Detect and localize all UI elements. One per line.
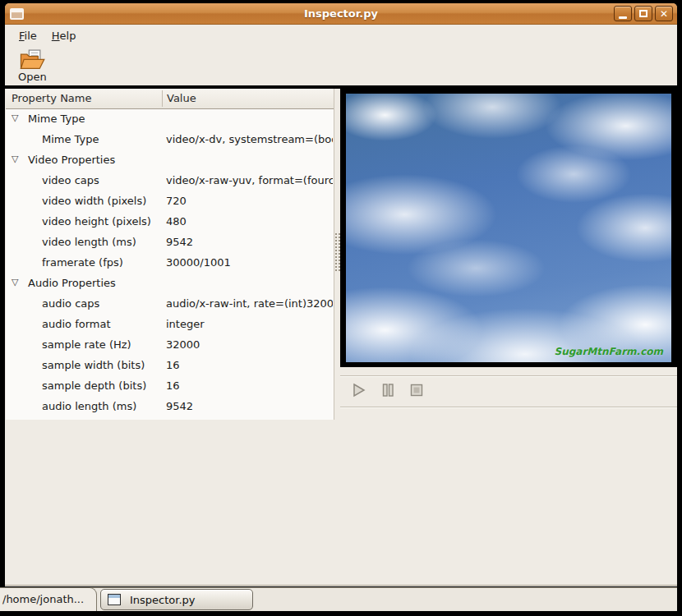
- property-value: 9542: [166, 400, 333, 412]
- menubar: File Help: [5, 25, 677, 46]
- taskbar: /home/jonath... Inspector.py: [0, 587, 677, 611]
- stop-icon: [408, 382, 425, 398]
- tree-header: Property Name Value: [6, 89, 334, 109]
- pane-splitter-vertical[interactable]: [334, 89, 340, 420]
- property-value: 720: [166, 195, 333, 207]
- video-watermark: SugarMtnFarm.com: [555, 346, 663, 357]
- play-icon: [351, 382, 367, 398]
- property-value: 9542: [166, 236, 333, 248]
- property-value: 32000: [166, 338, 333, 351]
- separator: [340, 407, 677, 407]
- property-name: audio caps: [42, 297, 99, 310]
- property-value: video/x-dv, systemstream=(bool: [166, 133, 333, 145]
- empty-bottom-pane: [5, 425, 677, 586]
- minimize-icon: [619, 16, 627, 19]
- property-name: Audio Properties: [28, 277, 116, 289]
- open-button[interactable]: Open: [13, 48, 52, 85]
- property-value: audio/x-raw-int, rate=(int)32000,: [166, 297, 333, 310]
- tree-row[interactable]: ▽Video Properties: [6, 150, 334, 171]
- video-display[interactable]: SugarMtnFarm.com: [340, 89, 677, 367]
- property-name: framerate (fps): [42, 256, 123, 269]
- property-value: 16: [166, 379, 333, 392]
- tree-row[interactable]: framerate (fps)30000/1001: [6, 253, 334, 274]
- expander-icon[interactable]: ▽: [12, 154, 25, 164]
- property-name: audio length (ms): [42, 400, 136, 412]
- taskbar-button-inspector[interactable]: Inspector.py: [100, 589, 253, 610]
- property-name: Mime Type: [28, 113, 85, 125]
- tree-row[interactable]: ▽Mime Type: [6, 109, 334, 130]
- tree-row[interactable]: Mime Typevideo/x-dv, systemstream=(bool: [6, 130, 334, 150]
- property-name: Mime Type: [42, 133, 99, 145]
- open-folder-icon: [19, 49, 45, 71]
- tree-row[interactable]: sample rate (Hz)32000: [6, 335, 334, 356]
- main-content: Property Name Value ▽Mime TypeMime Typev…: [5, 85, 677, 420]
- stop-button[interactable]: [408, 381, 426, 399]
- property-value: 16: [166, 359, 333, 371]
- property-tree[interactable]: Property Name Value ▽Mime TypeMime Typev…: [6, 89, 334, 420]
- property-name: sample depth (bits): [42, 379, 146, 392]
- close-icon: ✕: [660, 9, 668, 19]
- property-value: video/x-raw-yuv, format=(fourcc): [166, 174, 333, 186]
- separator: [340, 375, 677, 376]
- play-button[interactable]: [350, 381, 368, 399]
- pause-icon: [380, 382, 396, 398]
- close-button[interactable]: ✕: [655, 6, 673, 21]
- expander-icon[interactable]: ▽: [12, 277, 25, 287]
- property-name: audio format: [42, 318, 111, 330]
- maximize-button[interactable]: [634, 6, 652, 21]
- expander-icon[interactable]: ▽: [12, 113, 25, 123]
- tree-row[interactable]: audio capsaudio/x-raw-int, rate=(int)320…: [6, 294, 334, 315]
- tree-row[interactable]: video width (pixels)720: [6, 191, 334, 212]
- property-value: 480: [166, 215, 333, 228]
- window-icon: [108, 594, 121, 605]
- tree-row[interactable]: audio length (ms)9542: [6, 397, 334, 417]
- toolbar: Open: [5, 46, 677, 85]
- tree-row[interactable]: sample depth (bits)16: [6, 376, 334, 397]
- window-controls: ✕: [614, 6, 673, 21]
- player-controls-bar: [340, 367, 677, 408]
- menu-file[interactable]: File: [12, 26, 44, 45]
- menu-help[interactable]: Help: [44, 26, 84, 45]
- open-button-label: Open: [18, 71, 47, 83]
- tree-row[interactable]: audio formatinteger: [6, 315, 334, 335]
- taskbar-item-path[interactable]: /home/jonath...: [0, 587, 97, 611]
- property-name: video height (pixels): [42, 215, 151, 228]
- property-name: video width (pixels): [42, 195, 146, 207]
- column-header-value[interactable]: Value: [167, 89, 334, 108]
- property-value: 30000/1001: [166, 256, 333, 269]
- tree-row[interactable]: video height (pixels)480: [6, 212, 334, 232]
- minimize-button[interactable]: [614, 6, 632, 21]
- column-header-property-name[interactable]: Property Name: [12, 89, 162, 108]
- column-resize-handle[interactable]: [162, 90, 163, 107]
- pause-button[interactable]: [379, 381, 397, 399]
- tree-row[interactable]: video length (ms)9542: [6, 232, 334, 253]
- tree-row[interactable]: sample width (bits)16: [6, 356, 334, 376]
- property-name: sample rate (Hz): [42, 338, 131, 351]
- property-value: integer: [166, 318, 333, 330]
- taskbar-button-label: Inspector.py: [130, 594, 196, 606]
- property-tree-body: ▽Mime TypeMime Typevideo/x-dv, systemstr…: [6, 109, 334, 417]
- property-name: video length (ms): [42, 236, 136, 248]
- video-frame-sky: SugarMtnFarm.com: [346, 94, 671, 362]
- titlebar[interactable]: Inspector.py ✕: [5, 3, 677, 25]
- maximize-icon: [639, 10, 647, 17]
- app-window: Inspector.py ✕ File Help: [5, 3, 677, 586]
- video-pane: SugarMtnFarm.com: [340, 89, 677, 420]
- property-name: Video Properties: [28, 154, 115, 166]
- window-title: Inspector.py: [5, 7, 677, 20]
- property-name: video caps: [42, 174, 99, 186]
- tree-row[interactable]: ▽Audio Properties: [6, 274, 334, 294]
- tree-row[interactable]: video capsvideo/x-raw-yuv, format=(fourc…: [6, 171, 334, 191]
- property-name: sample width (bits): [42, 359, 145, 371]
